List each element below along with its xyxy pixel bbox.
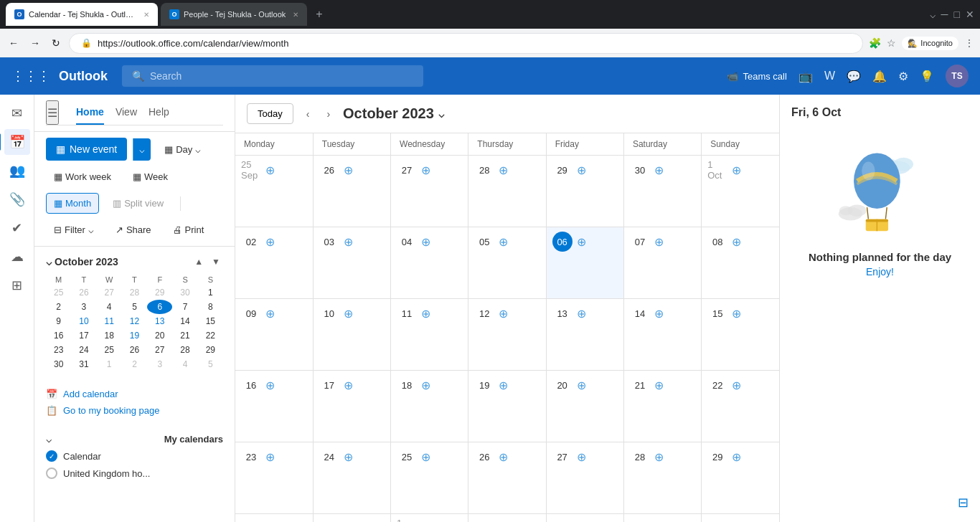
add-calendar-link[interactable]: 📅 Add calendar <box>46 389 223 399</box>
day-number[interactable]: 02 <box>241 232 261 252</box>
calendar-checkbox[interactable] <box>46 468 57 479</box>
day-number[interactable]: 06 <box>552 232 573 252</box>
cal-grid-cell[interactable]: 28⊕ <box>623 442 701 514</box>
cal-grid-cell[interactable]: 24⊕ <box>313 442 390 514</box>
add-event-button[interactable]: ⊕ <box>497 234 509 250</box>
split-view-button[interactable]: ▥ Split view <box>105 193 171 214</box>
mini-cal-day[interactable]: 18 <box>97 328 122 343</box>
day-number[interactable]: 23 <box>241 447 261 467</box>
mini-cal-day[interactable]: 11 <box>97 314 122 328</box>
cal-grid-cell[interactable]: 06⊕ <box>546 227 623 299</box>
cal-grid-cell[interactable]: 26⊕ <box>468 442 546 514</box>
day-number[interactable]: 30 <box>630 160 650 180</box>
cal-grid-cell[interactable]: 02⊕ <box>468 514 546 523</box>
expand-panel-button[interactable]: ⊟ <box>958 495 969 510</box>
refresh-button[interactable]: ↻ <box>49 34 63 52</box>
cal-grid-cell[interactable]: 08⊕ <box>702 227 779 299</box>
mini-cal-day[interactable]: 26 <box>122 343 147 357</box>
cal-grid-cell[interactable]: 25 Sep⊕ <box>235 156 313 227</box>
mini-cal-day[interactable]: 14 <box>172 314 197 328</box>
cal-grid-cell[interactable]: 16⊕ <box>235 371 313 442</box>
mini-cal-day[interactable]: 4 <box>97 300 122 314</box>
day-number[interactable]: 1 Nov <box>397 518 417 522</box>
cal-grid-cell[interactable]: 09⊕ <box>235 299 313 371</box>
add-event-button[interactable]: ⊕ <box>420 162 432 179</box>
add-event-button[interactable]: ⊕ <box>653 162 665 179</box>
tab-home[interactable]: Home <box>76 100 104 125</box>
add-event-button[interactable]: ⊕ <box>420 377 432 394</box>
day-number[interactable]: 17 <box>319 375 339 395</box>
cal-grid-cell[interactable]: 03⊕ <box>313 227 390 299</box>
print-button[interactable]: 🖨 Print <box>165 219 212 240</box>
cal-grid-cell[interactable]: 27⊕ <box>546 442 623 514</box>
mini-cal-next[interactable]: ▼ <box>209 255 223 268</box>
calendar-checkbox[interactable]: ✓ <box>46 450 57 462</box>
add-event-button[interactable]: ⊕ <box>264 162 276 179</box>
tab-menu-button[interactable]: ⌵ <box>930 9 936 20</box>
cal-next-button[interactable]: › <box>322 105 334 123</box>
tab-calendar[interactable]: O Calendar - Tej Shukla - Outlook ✕ <box>6 3 158 26</box>
day-number[interactable]: 05 <box>474 232 494 252</box>
hamburger-button[interactable]: ☰ <box>46 100 59 125</box>
day-number[interactable]: 27 <box>397 160 417 180</box>
add-event-button[interactable]: ⊕ <box>420 234 432 250</box>
day-number[interactable]: 12 <box>474 303 494 323</box>
cal-grid-cell[interactable]: 21⊕ <box>623 371 701 442</box>
nav-icon-tasks[interactable]: ✔ <box>4 215 30 241</box>
cal-grid-cell[interactable]: 14⊕ <box>623 299 701 371</box>
cal-grid-cell[interactable]: 10⊕ <box>313 299 390 371</box>
day-number[interactable]: 10 <box>319 303 339 323</box>
mini-cal-day[interactable]: 6 <box>147 300 172 314</box>
cal-grid-cell[interactable]: 17⊕ <box>313 371 390 442</box>
day-number[interactable]: 28 <box>474 160 494 180</box>
cal-grid-cell[interactable]: 07⊕ <box>623 227 701 299</box>
day-number[interactable]: 18 <box>397 375 417 395</box>
add-event-button[interactable]: ⊕ <box>342 234 354 250</box>
add-event-button[interactable]: ⊕ <box>342 377 354 394</box>
mini-cal-day[interactable]: 3 <box>147 357 172 371</box>
add-event-button[interactable]: ⊕ <box>420 449 432 465</box>
day-number[interactable]: 11 <box>397 303 417 323</box>
calendar-item[interactable]: United Kingdom ho... <box>46 465 223 482</box>
close-window-button[interactable]: ✕ <box>966 9 974 20</box>
day-number[interactable]: 29 <box>552 160 573 180</box>
mini-cal-day[interactable]: 15 <box>198 314 223 328</box>
month-button[interactable]: ▦ Month <box>46 193 99 214</box>
mini-cal-day[interactable]: 22 <box>198 328 223 343</box>
cal-grid-cell[interactable]: 19⊕ <box>468 371 546 442</box>
mini-cal-day[interactable]: 12 <box>122 314 147 328</box>
day-number[interactable]: 22 <box>707 375 727 395</box>
mini-cal-day[interactable]: 30 <box>172 285 197 300</box>
mini-cal-day[interactable]: 5 <box>198 357 223 371</box>
cal-grid-cell[interactable]: 30⊕ <box>623 156 701 227</box>
mini-cal-day[interactable]: 24 <box>71 343 96 357</box>
mini-cal-day[interactable]: 25 <box>97 343 122 357</box>
day-number[interactable]: 20 <box>552 375 573 395</box>
mini-cal-day[interactable]: 26 <box>71 285 96 300</box>
tab-people[interactable]: O People - Tej Shukla - Outlook ✕ <box>161 3 307 26</box>
bookmark-icon[interactable]: ☆ <box>887 37 896 49</box>
cal-grid-cell[interactable]: 13⊕ <box>546 299 623 371</box>
work-week-button[interactable]: ▦ Work week <box>46 166 119 187</box>
add-event-button[interactable]: ⊕ <box>575 234 588 250</box>
cal-grid-cell[interactable]: 11⊕ <box>391 299 468 371</box>
add-event-button[interactable]: ⊕ <box>575 449 588 465</box>
mini-cal-day[interactable]: 28 <box>172 343 197 357</box>
new-tab-button[interactable]: + <box>310 8 328 21</box>
add-event-button[interactable]: ⊕ <box>264 234 276 250</box>
mini-cal-day[interactable]: 1 <box>198 285 223 300</box>
add-event-button[interactable]: ⊕ <box>730 377 743 394</box>
cal-grid-cell[interactable]: 04⊕ <box>623 514 701 523</box>
mini-cal-day[interactable]: 7 <box>172 300 197 314</box>
day-number[interactable]: 03 <box>552 518 573 522</box>
cal-grid-cell[interactable]: 1 Oct⊕ <box>702 156 779 227</box>
cal-grid-cell[interactable]: 05⊕ <box>468 227 546 299</box>
teams-call-button[interactable]: 📹 Teams call <box>727 71 786 82</box>
nav-icon-calendar[interactable]: 📅 <box>4 129 30 155</box>
cal-grid-cell[interactable]: 30⊕ <box>235 514 313 523</box>
day-number[interactable]: 25 <box>397 447 417 467</box>
day-number[interactable]: 03 <box>319 232 339 252</box>
add-event-button[interactable]: ⊕ <box>575 377 588 394</box>
cal-grid-cell[interactable]: 12⊕ <box>468 299 546 371</box>
day-number[interactable]: 26 <box>319 160 339 180</box>
